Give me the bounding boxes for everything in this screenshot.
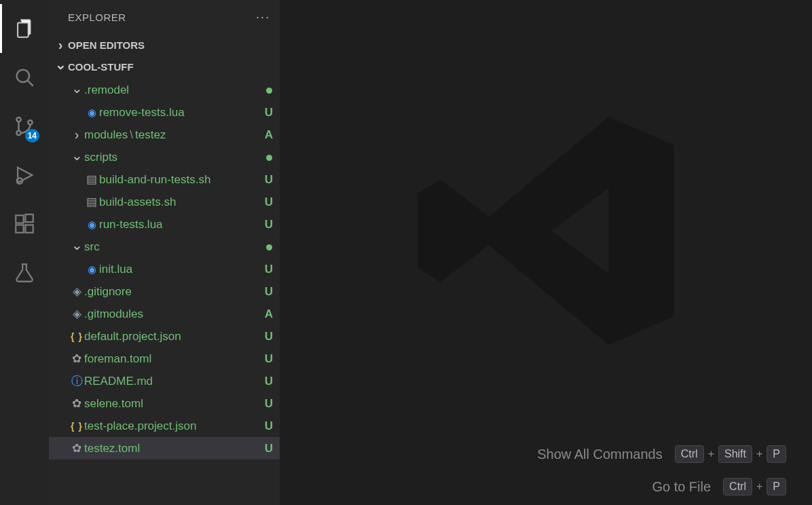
tree-file[interactable]: ◈.gitignoreU — [49, 280, 280, 303]
svg-point-4 — [16, 131, 20, 135]
git-status: U — [262, 285, 280, 299]
tree-file[interactable]: ◈.gitmodulesA — [49, 303, 280, 325]
file-label: .gitignore — [84, 285, 262, 299]
activity-testing[interactable] — [0, 248, 49, 297]
git-status: U — [262, 106, 280, 119]
chevron-down-icon — [69, 239, 84, 255]
tree-file[interactable]: ⓘREADME.mdU — [49, 370, 280, 392]
editor-area: Show All CommandsCtrl+Shift+PGo to FileC… — [280, 0, 812, 505]
sh-file-icon: ▤ — [84, 172, 99, 187]
sh-file-icon: ▤ — [84, 195, 99, 209]
tree-folder[interactable]: src — [49, 236, 280, 258]
git-status: A — [262, 307, 280, 321]
file-label: testez.toml — [84, 442, 262, 455]
vscode-watermark-icon — [403, 88, 688, 376]
tree-folder[interactable]: scripts — [49, 146, 280, 168]
tree-file[interactable]: ✿foreman.tomlU — [49, 348, 280, 370]
file-label: default.project.json — [84, 330, 262, 343]
tree-file[interactable]: ▤build-assets.shU — [49, 191, 280, 213]
lua-file-icon: ◉ — [84, 219, 99, 231]
shortcut-label: Go to File — [652, 479, 711, 495]
activity-source-control[interactable]: 14 — [0, 102, 49, 151]
file-tree: .remodel◉remove-tests.luaUmodules\testez… — [49, 77, 280, 505]
chevron-right-icon — [53, 37, 68, 53]
workspace-section[interactable]: COOL-STUFF — [49, 56, 280, 77]
file-label: foreman.toml — [84, 352, 262, 366]
folder-label: modules\testez — [84, 128, 262, 142]
lua-file-icon: ◉ — [84, 107, 99, 119]
git-status: U — [262, 375, 280, 388]
tree-file[interactable]: { }test-place.project.jsonU — [49, 415, 280, 437]
folder-label: scripts — [84, 151, 262, 164]
svg-point-5 — [28, 120, 32, 124]
json-file-icon: { } — [69, 421, 84, 432]
file-label: README.md — [84, 375, 262, 388]
keycap: Ctrl — [675, 445, 704, 463]
explorer-header: EXPLORER ··· — [49, 0, 280, 34]
git-status: U — [262, 330, 280, 343]
shortcut-row: Show All CommandsCtrl+Shift+P — [537, 445, 786, 463]
tree-file[interactable]: ◉run-tests.luaU — [49, 213, 280, 236]
keycap: P — [767, 478, 786, 495]
keycap: Shift — [718, 445, 752, 463]
explorer-more-button[interactable]: ··· — [256, 10, 270, 24]
git-status: U — [262, 263, 280, 276]
file-label: test-place.project.json — [84, 419, 262, 433]
svg-rect-10 — [25, 214, 33, 222]
explorer-title: EXPLORER — [68, 12, 126, 23]
tree-file[interactable]: ◉init.luaU — [49, 258, 280, 280]
git-status: U — [262, 442, 280, 455]
tree-folder[interactable]: .remodel — [49, 79, 280, 101]
file-label: .gitmodules — [84, 307, 262, 321]
chevron-right-icon — [69, 127, 84, 143]
svg-line-2 — [28, 81, 33, 86]
svg-rect-8 — [16, 225, 23, 232]
keycap: Ctrl — [723, 478, 752, 495]
chevron-down-icon — [69, 82, 84, 98]
svg-rect-0 — [18, 23, 29, 37]
git-status: U — [262, 195, 280, 209]
activity-search[interactable] — [0, 53, 49, 102]
keycap: P — [767, 445, 786, 463]
file-label: run-tests.lua — [99, 218, 262, 231]
svg-point-1 — [17, 70, 29, 82]
activity-explorer[interactable] — [0, 4, 49, 53]
explorer-sidebar: EXPLORER ··· OPEN EDITORS COOL-STUFF .re… — [49, 0, 280, 505]
git-status: U — [262, 419, 280, 433]
file-label: init.lua — [99, 263, 262, 276]
scm-badge: 14 — [25, 129, 39, 143]
folder-label: .remodel — [84, 83, 262, 97]
file-label: build-and-run-tests.sh — [99, 173, 262, 187]
svg-rect-9 — [25, 225, 33, 232]
shortcut-keys: Ctrl+Shift+P — [675, 445, 786, 463]
chevron-down-icon — [53, 58, 68, 75]
activity-run-debug[interactable] — [0, 151, 49, 200]
tree-file[interactable]: ✿testez.tomlU — [49, 437, 280, 460]
json-file-icon: { } — [69, 331, 84, 342]
activity-extensions[interactable] — [0, 200, 49, 248]
git-status: U — [262, 397, 280, 411]
tree-file[interactable]: ✿selene.tomlU — [49, 392, 280, 415]
welcome-shortcuts: Show All CommandsCtrl+Shift+PGo to FileC… — [537, 445, 786, 495]
git-status: U — [262, 173, 280, 187]
workspace-label: COOL-STUFF — [68, 61, 134, 73]
tree-file[interactable]: ▤build-and-run-tests.shU — [49, 168, 280, 191]
git-status — [262, 83, 280, 97]
git-status — [262, 151, 280, 164]
tree-file[interactable]: { }default.project.jsonU — [49, 325, 280, 348]
file-label: remove-tests.lua — [99, 106, 262, 119]
tree-file[interactable]: ◉remove-tests.luaU — [49, 101, 280, 124]
lua-file-icon: ◉ — [84, 263, 99, 276]
git-status: U — [262, 218, 280, 231]
svg-rect-7 — [16, 215, 23, 223]
info-file-icon: ⓘ — [69, 373, 84, 389]
tree-folder[interactable]: modules\testezA — [49, 124, 280, 146]
gear-file-icon: ✿ — [69, 441, 84, 455]
activity-bar: 14 — [0, 0, 49, 505]
open-editors-section[interactable]: OPEN EDITORS — [49, 34, 280, 56]
git-file-icon: ◈ — [69, 307, 84, 321]
svg-point-3 — [16, 117, 20, 121]
chevron-down-icon — [69, 149, 84, 166]
git-status: A — [262, 128, 280, 142]
open-editors-label: OPEN EDITORS — [68, 39, 145, 51]
